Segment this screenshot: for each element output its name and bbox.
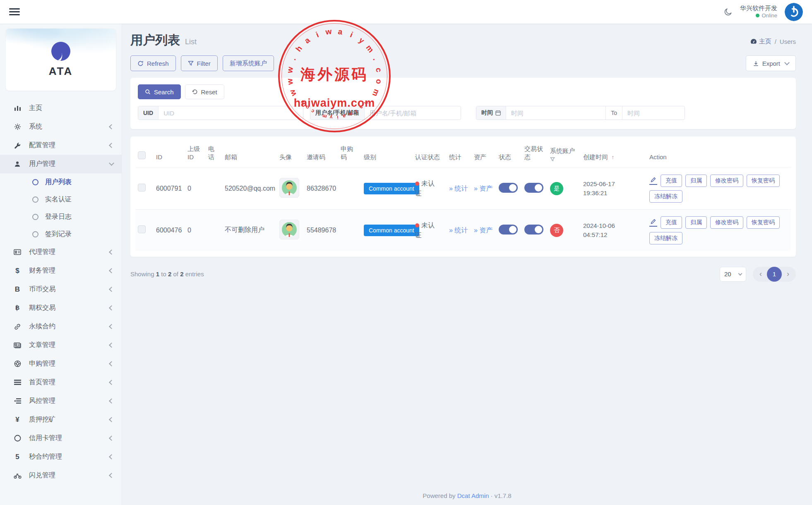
change-password-button[interactable]: 修改密码 xyxy=(710,216,743,229)
add-system-account-button[interactable]: 新增系统账户 xyxy=(223,55,274,71)
logo-card: ATA xyxy=(6,29,116,91)
prev-page-button[interactable]: ‹ xyxy=(754,270,767,278)
restore-password-button[interactable]: 恢复密码 xyxy=(747,216,780,229)
time-to-input[interactable] xyxy=(622,106,685,120)
sidebar-item-homepage[interactable]: 首页管理 xyxy=(0,373,122,392)
dark-mode-moon-icon[interactable] xyxy=(723,7,733,17)
page-footer: Powered by Dcat Admin · v1.7.8 xyxy=(122,492,812,499)
assets-link[interactable]: » 资产 xyxy=(474,225,494,235)
row-checkbox[interactable] xyxy=(138,184,146,191)
belong-button[interactable]: 归属 xyxy=(685,216,707,229)
sidebar-item-perpetual-contract[interactable]: 永续合约 xyxy=(0,317,122,336)
filter-icon xyxy=(188,60,194,66)
trade-status-toggle[interactable] xyxy=(524,225,543,235)
time-from-input[interactable] xyxy=(506,106,605,120)
sidebar-item-user-management[interactable]: 用户管理 xyxy=(0,155,122,173)
search-button[interactable]: Search xyxy=(138,84,181,99)
select-all-checkbox[interactable] xyxy=(138,151,146,159)
sidebar-subitem-user-list[interactable]: 用户列表 xyxy=(0,173,122,191)
belong-button[interactable]: 归属 xyxy=(685,175,707,187)
calendar-icon xyxy=(495,110,501,116)
status-toggle[interactable] xyxy=(499,183,518,193)
sidebar-item-options-trade[interactable]: B 期权交易 xyxy=(0,299,122,317)
breadcrumb-home[interactable]: 主页 xyxy=(750,38,771,45)
next-page-button[interactable]: › xyxy=(782,270,794,278)
recharge-button[interactable]: 充值 xyxy=(661,216,682,229)
baht-icon: B xyxy=(12,304,22,311)
freeze-unfreeze-button[interactable]: 冻结解冻 xyxy=(649,190,682,203)
double-angle-icon: » xyxy=(474,185,478,192)
download-icon xyxy=(753,60,759,67)
sidebar-item-config[interactable]: 配置管理 xyxy=(0,136,122,155)
hamburger-menu-icon[interactable] xyxy=(9,7,20,17)
sidebar-item-finance[interactable]: $ 财务管理 xyxy=(0,261,122,280)
account-label: 用户名/手机/邮箱 xyxy=(310,106,365,120)
stats-link[interactable]: » 统计 xyxy=(449,184,469,194)
sidebar-subitem-login-log[interactable]: 登录日志 xyxy=(0,208,122,225)
cell-subscribe-code xyxy=(338,209,361,251)
trade-status-toggle[interactable] xyxy=(524,183,543,193)
chevron-left-icon xyxy=(109,454,114,460)
unverified-dot-icon xyxy=(415,182,419,186)
sidebar-item-system[interactable]: 系统 xyxy=(0,117,122,136)
sidebar-item-agent[interactable]: 代理管理 xyxy=(0,243,122,261)
sidebar-item-second-contract[interactable]: 5 秒合约管理 xyxy=(0,448,122,466)
cell-phone xyxy=(206,168,222,209)
reset-button[interactable]: Reset xyxy=(185,84,224,99)
col-header-action: Action xyxy=(647,139,791,168)
page-title: 用户列表 xyxy=(130,32,180,49)
edit-pencil-icon[interactable] xyxy=(649,218,657,227)
change-password-button[interactable]: 修改密码 xyxy=(710,175,743,187)
column-filter-funnel-icon[interactable] xyxy=(550,157,578,162)
refresh-button[interactable]: Refresh xyxy=(130,55,176,71)
svg-text:B: B xyxy=(15,304,19,311)
filter-button[interactable]: Filter xyxy=(181,55,218,71)
sidebar-item-staking-mining[interactable]: ¥ 质押挖矿 xyxy=(0,410,122,429)
avatar[interactable] xyxy=(785,3,803,21)
edit-pencil-icon[interactable] xyxy=(649,176,657,185)
assets-link[interactable]: » 资产 xyxy=(474,184,494,194)
page-number-button[interactable]: 1 xyxy=(767,267,782,282)
cell-parent-id: 0 xyxy=(185,209,206,251)
sidebar-item-risk-control[interactable]: 风控管理 xyxy=(0,392,122,410)
chevron-left-icon xyxy=(109,342,114,348)
pagination: ‹ 1 › xyxy=(753,267,796,282)
sidebar-item-subscription[interactable]: 申购管理 xyxy=(0,354,122,373)
sidebar-subitem-real-name-auth[interactable]: 实名认证 xyxy=(0,191,122,208)
sidebar-item-home[interactable]: 主页 xyxy=(0,99,122,117)
sidebar-subitem-checkin-record[interactable]: 签到记录 xyxy=(0,225,122,243)
cell-phone xyxy=(206,209,222,251)
recharge-button[interactable]: 充值 xyxy=(661,175,682,187)
user-avatar[interactable] xyxy=(279,220,299,239)
row-checkbox[interactable] xyxy=(138,225,146,233)
chevron-left-icon xyxy=(109,287,114,292)
col-header-trade-status: 交易状态 xyxy=(522,139,548,168)
showing-entries-text: Showing 1 to 2 of 2 entries xyxy=(130,270,204,278)
col-header-created-at[interactable]: 创建时间 ↑ xyxy=(581,139,647,168)
id-card-icon xyxy=(12,249,22,255)
sidebar-item-spot-trade[interactable]: B 币币交易 xyxy=(0,280,122,299)
sidebar-item-credit-card[interactable]: 信用卡管理 xyxy=(0,429,122,448)
dcat-admin-link[interactable]: Dcat Admin xyxy=(457,492,489,499)
cell-email: 520520@qq.com xyxy=(222,168,277,209)
cell-subscribe-code xyxy=(338,168,361,209)
user-meta[interactable]: 华兴软件开发 Online xyxy=(740,5,777,19)
status-toggle[interactable] xyxy=(499,225,518,235)
restore-password-button[interactable]: 恢复密码 xyxy=(747,175,780,187)
table-row: 6000791 0 520520@qq.com 86328670 Common … xyxy=(135,168,791,209)
stats-link[interactable]: » 统计 xyxy=(449,225,469,235)
export-button[interactable]: Export xyxy=(746,55,796,71)
level-badge: Common account xyxy=(364,183,419,194)
user-avatar[interactable] xyxy=(279,178,299,198)
sidebar-item-flash-exchange[interactable]: 闪兑管理 xyxy=(0,466,122,485)
breadcrumb: 主页 / Users xyxy=(750,38,796,45)
brand-name: ATA xyxy=(49,65,73,78)
account-input[interactable] xyxy=(365,106,461,120)
sidebar-item-article[interactable]: 文章管理 xyxy=(0,336,122,354)
indent-list-icon xyxy=(12,398,22,404)
page-size-select[interactable]: 20 xyxy=(720,267,746,282)
freeze-unfreeze-button[interactable]: 冻结解冻 xyxy=(649,232,682,244)
sort-asc-icon[interactable]: ↑ xyxy=(611,154,614,160)
chevron-left-icon xyxy=(109,417,114,422)
uid-input[interactable] xyxy=(159,106,303,120)
